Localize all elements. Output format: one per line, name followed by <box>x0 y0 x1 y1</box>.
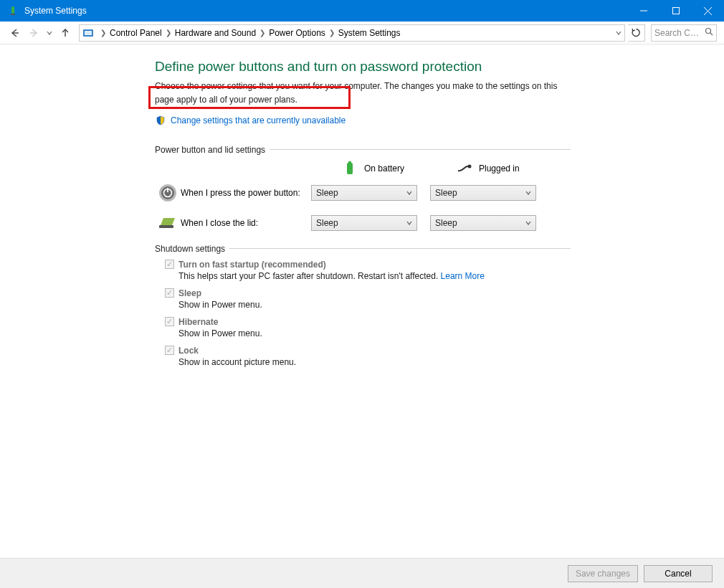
app-icon <box>7 5 19 16</box>
dropdown-lid-battery[interactable]: Sleep <box>311 215 417 231</box>
checkbox-label: Turn on fast startup (recommended) <box>178 260 326 270</box>
chevron-right-icon: ❯ <box>325 29 338 37</box>
chevron-right-icon: ❯ <box>97 29 110 37</box>
titlebar: System Settings <box>0 0 724 22</box>
checkbox-description: Show in Power menu. <box>178 328 571 338</box>
checkbox-label: Lock <box>178 346 199 356</box>
maximize-button[interactable] <box>659 0 692 22</box>
save-changes-button[interactable]: Save changes <box>568 565 638 582</box>
checkbox-item-sleep: ✓ Sleep Show in Power menu. <box>165 288 571 310</box>
svg-rect-14 <box>348 161 351 163</box>
breadcrumb-item[interactable]: System Settings <box>338 28 401 38</box>
dropdown-power-battery[interactable]: Sleep <box>311 185 417 201</box>
cancel-button[interactable]: Cancel <box>644 565 713 582</box>
svg-rect-13 <box>347 163 353 174</box>
navigation-bar: ❯ Control Panel ❯ Hardware and Sound ❯ P… <box>0 22 724 44</box>
svg-point-11 <box>706 29 711 34</box>
change-settings-link[interactable]: Change settings that are currently unava… <box>152 112 351 129</box>
svg-rect-10 <box>85 31 92 35</box>
search-placeholder: Search Co... <box>654 28 702 38</box>
checkbox: ✓ <box>165 288 174 298</box>
checkbox-description: Show in account picture menu. <box>178 357 571 367</box>
breadcrumb-item[interactable]: Power Options <box>269 28 325 38</box>
chevron-right-icon: ❯ <box>162 29 175 37</box>
breadcrumb-item[interactable]: Hardware and Sound <box>175 28 256 38</box>
page-description: page apply to all of your power plans. <box>155 94 571 106</box>
power-button-icon <box>155 184 181 202</box>
plug-icon <box>456 163 473 174</box>
battery-icon <box>341 161 358 176</box>
checkbox-label: Sleep <box>178 288 201 298</box>
column-plugged-in: Plugged in <box>456 163 571 174</box>
checkbox-description: Show in Power menu. <box>178 300 571 310</box>
window-title: System Settings <box>24 6 87 16</box>
change-settings-link-text: Change settings that are currently unava… <box>171 115 346 125</box>
back-button[interactable] <box>7 25 23 41</box>
row-label-close-lid: When I close the lid: <box>181 218 311 228</box>
checkbox: ✓ <box>165 346 174 355</box>
svg-rect-20 <box>159 225 173 228</box>
shield-icon <box>155 115 166 126</box>
search-input[interactable]: Search Co... <box>651 24 717 42</box>
chevron-down-icon[interactable] <box>616 25 621 41</box>
dropdown-power-plugged[interactable]: Sleep <box>430 185 536 201</box>
control-panel-icon <box>82 27 94 39</box>
content-area: Define power buttons and turn on passwor… <box>0 44 724 558</box>
up-button[interactable] <box>57 25 73 41</box>
group-header-power-button: Power button and lid settings <box>155 145 571 155</box>
refresh-button[interactable] <box>628 24 645 42</box>
svg-rect-1 <box>11 14 15 15</box>
close-button[interactable] <box>692 0 724 22</box>
recent-locations-button[interactable] <box>44 25 54 41</box>
page-description: Choose the power settings that you want … <box>155 80 571 93</box>
breadcrumb[interactable]: ❯ Control Panel ❯ Hardware and Sound ❯ P… <box>79 24 625 42</box>
breadcrumb-item[interactable]: Control Panel <box>110 28 162 38</box>
svg-rect-3 <box>672 8 679 14</box>
chevron-down-icon <box>525 186 531 200</box>
checkbox-item-hibernate: ✓ Hibernate Show in Power menu. <box>165 317 571 338</box>
row-label-power-button: When I press the power button: <box>181 188 311 198</box>
learn-more-link[interactable]: Learn More <box>441 271 485 281</box>
minimize-button[interactable] <box>627 0 659 22</box>
chevron-down-icon <box>525 216 531 230</box>
page-title: Define power buttons and turn on passwor… <box>155 59 571 75</box>
laptop-lid-icon <box>155 215 181 231</box>
svg-rect-0 <box>11 6 14 14</box>
chevron-right-icon: ❯ <box>256 29 269 37</box>
dropdown-lid-plugged[interactable]: Sleep <box>430 215 536 231</box>
search-icon <box>705 27 713 38</box>
checkbox: ✓ <box>165 260 174 269</box>
checkbox-label: Hibernate <box>178 317 218 327</box>
checkbox-item-lock: ✓ Lock Show in account picture menu. <box>165 346 571 367</box>
svg-line-12 <box>710 33 713 35</box>
checkbox: ✓ <box>165 317 174 326</box>
column-on-battery: On battery <box>341 161 456 176</box>
forward-button[interactable] <box>26 25 42 41</box>
checkbox-item-fast-startup: ✓ Turn on fast startup (recommended) Thi… <box>165 260 571 281</box>
checkbox-description: This helps start your PC faster after sh… <box>178 271 441 281</box>
chevron-down-icon <box>406 216 412 230</box>
group-header-shutdown: Shutdown settings <box>155 244 571 254</box>
svg-point-15 <box>467 164 471 168</box>
chevron-down-icon <box>406 186 412 200</box>
footer-bar: Save changes Cancel <box>0 558 724 588</box>
